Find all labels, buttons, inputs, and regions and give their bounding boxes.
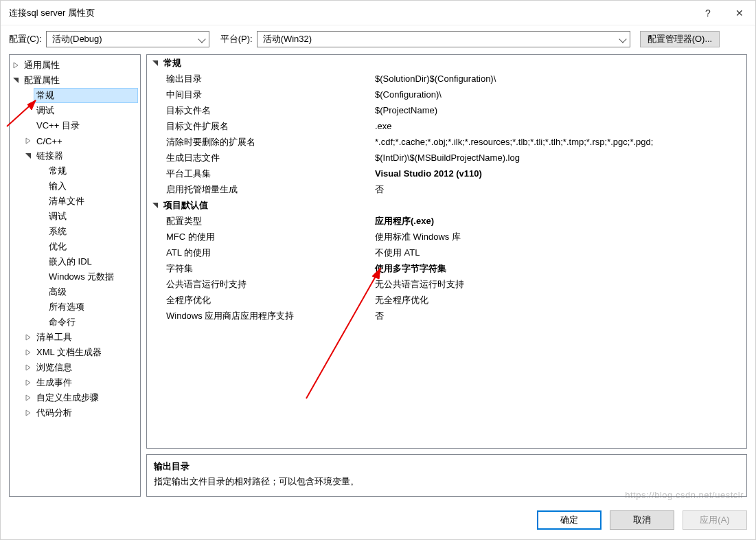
property-value[interactable]: 不使用 ATL bbox=[372, 247, 746, 259]
property-row[interactable]: 生成日志文件$(IntDir)\$(MSBuildProjectName).lo… bbox=[147, 150, 746, 166]
cancel-button[interactable]: 取消 bbox=[610, 510, 674, 530]
tree-expander-spacer bbox=[36, 166, 45, 176]
tree-item-label: VC++ 目录 bbox=[34, 119, 137, 133]
tree-item-label: 调试 bbox=[34, 104, 137, 117]
property-value[interactable]: 应用程序(.exe) bbox=[372, 215, 746, 227]
property-row[interactable]: Windows 应用商店应用程序支持否 bbox=[147, 308, 746, 324]
tree-item-label: Windows 元数据 bbox=[47, 270, 137, 284]
tree-item[interactable]: 浏览信息 bbox=[10, 360, 140, 375]
property-row[interactable]: 清除时要删除的扩展名*.cdf;*.cache;*.obj;*.ilk;*.re… bbox=[147, 134, 746, 150]
close-button[interactable]: ✕ bbox=[724, 1, 755, 25]
tree-expander-icon[interactable] bbox=[23, 408, 33, 418]
property-row[interactable]: 目标文件扩展名.exe bbox=[147, 118, 746, 134]
tree-item-label: 命令行 bbox=[47, 315, 137, 329]
property-row[interactable]: 输出目录$(SolutionDir)$(Configuration)\ bbox=[147, 71, 746, 87]
tree-expander-icon[interactable] bbox=[11, 60, 21, 70]
tree-expander-icon[interactable] bbox=[11, 76, 21, 85]
tree-item[interactable]: 优化 bbox=[10, 239, 140, 254]
tree-item[interactable]: 所有选项 bbox=[10, 300, 140, 315]
tree-item[interactable]: 清单文件 bbox=[10, 194, 140, 209]
configuration-dropdown[interactable]: 活动(Debug) bbox=[46, 31, 209, 47]
tree-item[interactable]: 通用属性 bbox=[10, 58, 140, 73]
tree-item-label: 清单文件 bbox=[47, 194, 137, 208]
property-row[interactable]: 平台工具集Visual Studio 2012 (v110) bbox=[147, 166, 746, 181]
property-pages-window: 连接sql server 属性页 ? ✕ 配置(C): 活动(Debug) 平台… bbox=[0, 0, 756, 540]
property-value[interactable]: $(Configuration)\ bbox=[372, 89, 746, 100]
tree-item-label: 浏览信息 bbox=[34, 361, 137, 374]
property-row[interactable]: 启用托管增量生成否 bbox=[147, 181, 746, 197]
property-value[interactable]: 使用标准 Windows 库 bbox=[372, 231, 746, 243]
tree-expander-icon[interactable] bbox=[23, 363, 33, 372]
tree-item[interactable]: 命令行 bbox=[10, 315, 140, 330]
property-value[interactable]: 无公共语言运行时支持 bbox=[372, 278, 746, 291]
property-row[interactable]: 中间目录$(Configuration)\ bbox=[147, 87, 746, 102]
tree-item[interactable]: Windows 元数据 bbox=[10, 269, 140, 284]
property-row[interactable]: 公共语言运行时支持无公共语言运行时支持 bbox=[147, 276, 746, 292]
tree-item-label: 生成事件 bbox=[34, 376, 137, 390]
tree-item[interactable]: 系统 bbox=[10, 224, 140, 239]
property-value[interactable]: 否 bbox=[372, 183, 746, 196]
window-title: 连接sql server 属性页 bbox=[9, 7, 692, 19]
tree-item[interactable]: 输入 bbox=[10, 179, 140, 194]
tree-expander-icon[interactable] bbox=[23, 151, 33, 161]
tree-item-label: 代码分析 bbox=[34, 406, 137, 420]
property-value[interactable]: .exe bbox=[372, 121, 746, 131]
tree-expander-spacer bbox=[36, 196, 45, 206]
platform-label: 平台(P): bbox=[220, 33, 253, 45]
tree-expander-icon[interactable] bbox=[23, 378, 33, 387]
tree-item[interactable]: 高级 bbox=[10, 284, 140, 300]
description-panel: 输出目录 指定输出文件目录的相对路径；可以包含环境变量。 bbox=[146, 454, 747, 497]
property-group-header[interactable]: 常规 bbox=[147, 55, 746, 71]
property-value[interactable]: 使用多字节字符集 bbox=[372, 262, 746, 275]
property-name: Windows 应用商店应用程序支持 bbox=[147, 310, 372, 322]
property-value[interactable]: 否 bbox=[372, 310, 746, 322]
tree-expander-icon[interactable] bbox=[23, 393, 33, 403]
property-row[interactable]: 配置类型应用程序(.exe) bbox=[147, 213, 746, 229]
tree-item[interactable]: 嵌入的 IDL bbox=[10, 254, 140, 269]
property-grid[interactable]: 常规输出目录$(SolutionDir)$(Configuration)\中间目… bbox=[146, 54, 747, 449]
platform-dropdown[interactable]: 活动(Win32) bbox=[257, 31, 630, 47]
chevron-down-icon bbox=[619, 35, 626, 43]
tree-item[interactable]: VC++ 目录 bbox=[10, 118, 140, 133]
property-group-header[interactable]: 项目默认值 bbox=[147, 197, 746, 213]
property-row[interactable]: 字符集使用多字节字符集 bbox=[147, 260, 746, 276]
tree-item[interactable]: 代码分析 bbox=[10, 405, 140, 420]
property-value[interactable]: $(ProjectName) bbox=[372, 105, 746, 115]
configuration-label: 配置(C): bbox=[9, 33, 42, 45]
tree-item[interactable]: 调试 bbox=[10, 209, 140, 224]
tree-item-label: 链接器 bbox=[34, 149, 137, 163]
property-name: 清除时要删除的扩展名 bbox=[147, 136, 372, 148]
group-title: 项目默认值 bbox=[163, 199, 208, 212]
ok-button[interactable]: 确定 bbox=[537, 510, 602, 530]
property-value[interactable]: $(IntDir)\$(MSBuildProjectName).log bbox=[372, 153, 746, 163]
property-value[interactable]: Visual Studio 2012 (v110) bbox=[372, 168, 746, 179]
property-row[interactable]: MFC 的使用使用标准 Windows 库 bbox=[147, 229, 746, 245]
apply-button[interactable]: 应用(A) bbox=[683, 510, 747, 530]
tree-expander-icon[interactable] bbox=[23, 333, 33, 342]
group-expander-icon bbox=[151, 201, 159, 210]
tree-item-label: 调试 bbox=[47, 210, 137, 223]
configuration-manager-button[interactable]: 配置管理器(O)... bbox=[640, 31, 720, 47]
property-row[interactable]: ATL 的使用不使用 ATL bbox=[147, 245, 746, 260]
tree-item[interactable]: 链接器 bbox=[10, 148, 140, 164]
property-value[interactable]: 无全程序优化 bbox=[372, 294, 746, 306]
tree-expander-icon[interactable] bbox=[23, 348, 33, 357]
property-row[interactable]: 全程序优化无全程序优化 bbox=[147, 292, 746, 308]
tree-expander-icon[interactable] bbox=[23, 136, 33, 146]
tree-item-label: 配置属性 bbox=[22, 74, 137, 87]
tree-item[interactable]: 常规 bbox=[10, 88, 140, 103]
tree-item[interactable]: 自定义生成步骤 bbox=[10, 390, 140, 405]
tree-item[interactable]: 生成事件 bbox=[10, 375, 140, 390]
tree-item[interactable]: C/C++ bbox=[10, 133, 140, 148]
tree-item[interactable]: 清单工具 bbox=[10, 330, 140, 345]
property-value[interactable]: *.cdf;*.cache;*.obj;*.ilk;*.resources;*.… bbox=[372, 137, 746, 147]
tree-item[interactable]: XML 文档生成器 bbox=[10, 345, 140, 360]
tree-item[interactable]: 调试 bbox=[10, 103, 140, 118]
property-row[interactable]: 目标文件名$(ProjectName) bbox=[147, 102, 746, 118]
nav-tree[interactable]: 通用属性配置属性常规调试VC++ 目录C/C++链接器常规输入清单文件调试系统优… bbox=[9, 54, 141, 497]
tree-expander-spacer bbox=[23, 91, 33, 100]
property-value[interactable]: $(SolutionDir)$(Configuration)\ bbox=[372, 74, 746, 84]
help-button[interactable]: ? bbox=[692, 1, 724, 25]
tree-item[interactable]: 配置属性 bbox=[10, 73, 140, 88]
tree-item[interactable]: 常规 bbox=[10, 164, 140, 179]
